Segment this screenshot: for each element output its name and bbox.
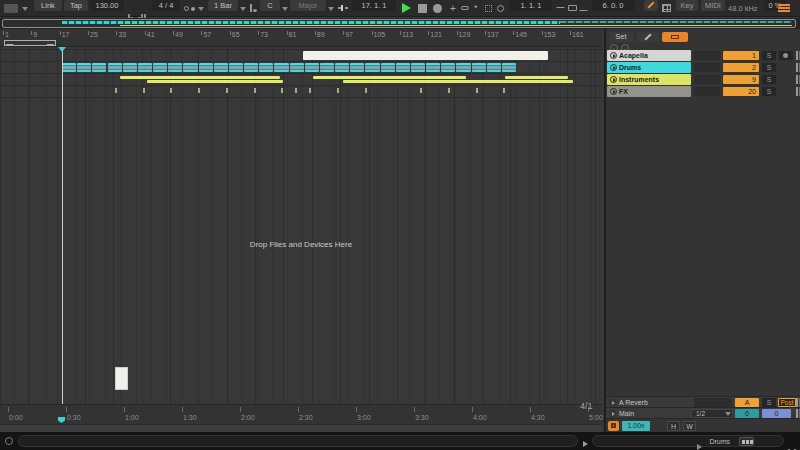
output-meter-icon[interactable]: [788, 438, 797, 450]
fx-clip-tick[interactable]: [254, 88, 256, 93]
fold-icon[interactable]: [610, 76, 617, 83]
drums-clip-segment[interactable]: [138, 63, 152, 72]
set-locator-button[interactable]: Set: [609, 32, 633, 42]
horizontal-scrollbar[interactable]: [0, 424, 602, 432]
quantize-caret-icon[interactable]: [240, 7, 246, 11]
fx-clip-tick[interactable]: [226, 88, 228, 93]
playhead-bottom-marker-icon[interactable]: [58, 417, 65, 423]
fx-clip-tick[interactable]: [143, 88, 145, 93]
hamburger-menu-icon[interactable]: [778, 4, 790, 13]
fx-clip-tick[interactable]: [365, 88, 367, 93]
solo-button[interactable]: S: [762, 398, 776, 407]
track-io-cell[interactable]: [694, 51, 720, 60]
fx-clip-tick[interactable]: [476, 88, 478, 93]
drums-clip-segment[interactable]: [350, 63, 364, 72]
drums-clip-segment[interactable]: [229, 63, 243, 72]
fx-clip-tick[interactable]: [295, 88, 297, 93]
drums-clip-segment[interactable]: [502, 63, 516, 72]
track-io-cell[interactable]: [694, 63, 720, 72]
metronome-caret-icon[interactable]: [198, 7, 204, 11]
optimize-height-button[interactable]: H: [667, 421, 680, 431]
loop-switch-icon[interactable]: [568, 5, 577, 11]
solo-button[interactable]: S: [762, 87, 776, 96]
solo-button[interactable]: S: [762, 75, 776, 84]
tempo-field[interactable]: 130.00: [90, 0, 124, 11]
tap-tempo-button[interactable]: Tap: [64, 0, 88, 11]
ruler-draw-button[interactable]: [637, 32, 659, 42]
scale-name-caret-icon[interactable]: [328, 7, 334, 11]
drums-clip-segment[interactable]: [108, 63, 122, 72]
arm-button[interactable]: [779, 51, 793, 60]
track-io-cell[interactable]: [694, 87, 720, 96]
drums-clip-segment[interactable]: [92, 63, 106, 72]
drums-clip-segment[interactable]: [426, 63, 440, 72]
drums-clip-segment[interactable]: [77, 63, 91, 72]
pad-overview-icon[interactable]: [608, 421, 619, 431]
arrangement-position-field[interactable]: 17. 1. 1: [352, 0, 396, 11]
fx-clip-tick[interactable]: [337, 88, 339, 93]
fold-icon[interactable]: [610, 64, 617, 71]
back-to-arrangement-button[interactable]: [662, 32, 688, 42]
loop-start-field[interactable]: 1. 1. 1: [510, 0, 552, 11]
instruments-clip[interactable]: [313, 76, 466, 79]
drums-clip-segment[interactable]: [472, 63, 486, 72]
expand-arrow-icon[interactable]: [583, 441, 588, 447]
metronome-dot-icon[interactable]: [191, 7, 195, 11]
cue-volume-field[interactable]: 0: [735, 409, 759, 418]
return-io-cell[interactable]: [694, 398, 732, 407]
instruments-clip[interactable]: [343, 80, 573, 83]
drums-clip-segment[interactable]: [183, 63, 197, 72]
track-header-row[interactable]: FX20S: [606, 86, 800, 98]
track-header-row[interactable]: Acapella1S: [606, 50, 800, 62]
drums-clip-segment[interactable]: [487, 63, 501, 72]
scale-root-caret-icon[interactable]: [282, 7, 288, 11]
drums-clip-segment[interactable]: [335, 63, 349, 72]
track-name-cell[interactable]: Acapella: [607, 50, 691, 61]
automation-mode-icon[interactable]: [461, 6, 469, 10]
playhead-marker-icon[interactable]: [58, 47, 66, 52]
solo-button[interactable]: S: [762, 51, 776, 60]
drums-clip-segment[interactable]: [441, 63, 455, 72]
crossfade-caret-icon[interactable]: [725, 412, 731, 416]
track-name-cell[interactable]: FX: [607, 86, 691, 97]
control-surface-icon[interactable]: [4, 4, 18, 13]
arrangement-overview[interactable]: [0, 18, 800, 29]
drums-clip-segment[interactable]: [168, 63, 182, 72]
dragged-clip[interactable]: [115, 367, 128, 390]
arrangement-area[interactable]: Drop Files and Devices Here: [0, 47, 602, 404]
track-name-cell[interactable]: Drums: [607, 62, 691, 73]
drums-clip-segment[interactable]: [290, 63, 304, 72]
capture-midi-icon[interactable]: [497, 5, 504, 12]
punch-in-icon[interactable]: [556, 7, 565, 10]
fold-icon[interactable]: [610, 88, 617, 95]
drums-clip-segment[interactable]: [244, 63, 258, 72]
instruments-clip[interactable]: [147, 80, 283, 83]
drums-clip-segment[interactable]: [62, 63, 76, 72]
fx-clip-tick[interactable]: [281, 88, 283, 93]
draw-mode-button[interactable]: [644, 0, 658, 11]
playback-speed-field[interactable]: 1.00x: [622, 421, 650, 431]
track-activator-button[interactable]: 2: [723, 63, 759, 72]
optimize-width-button[interactable]: W: [683, 421, 696, 431]
selection-box-icon[interactable]: [485, 5, 492, 12]
control-surface-caret-icon[interactable]: [22, 7, 28, 11]
re-enable-automation-icon[interactable]: *: [474, 3, 478, 13]
drums-clip-segment[interactable]: [123, 63, 137, 72]
fx-clip-tick[interactable]: [420, 88, 422, 93]
track-header-row[interactable]: Instruments9S: [606, 74, 800, 86]
beat-time-ruler[interactable]: 1917253341495765738189971051131211291371…: [0, 29, 602, 47]
loop-length-field[interactable]: 6. 0. 0: [592, 0, 634, 11]
track-header-row[interactable]: Drums2S: [606, 62, 800, 74]
drums-clip-segment[interactable]: [320, 63, 334, 72]
track-activator-button[interactable]: 9: [723, 75, 759, 84]
scale-name-menu[interactable]: Major: [290, 0, 326, 11]
metronome-icon[interactable]: [184, 6, 189, 11]
post-toggle-button[interactable]: Post: [778, 398, 796, 407]
key-map-button[interactable]: Key: [676, 0, 698, 11]
drums-clip-segment[interactable]: [411, 63, 425, 72]
scale-root-menu[interactable]: C: [260, 0, 280, 11]
track-name-cell[interactable]: Instruments: [607, 74, 691, 85]
drums-clip-segment[interactable]: [259, 63, 273, 72]
drums-clip-segment[interactable]: [365, 63, 379, 72]
fx-clip-tick[interactable]: [198, 88, 200, 93]
